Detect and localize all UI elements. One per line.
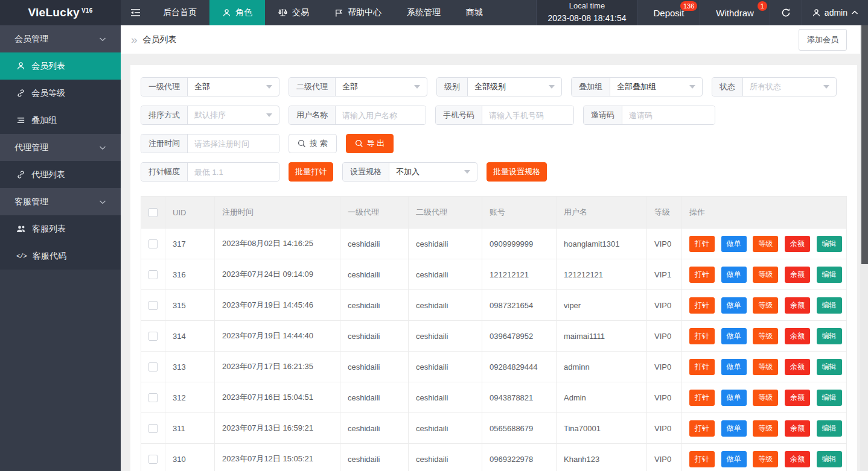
- refresh-button[interactable]: [770, 0, 802, 25]
- nav-trade[interactable]: 交易: [265, 0, 322, 25]
- row-checkbox[interactable]: [148, 362, 158, 371]
- action-needle-button[interactable]: 打针: [689, 328, 715, 344]
- action-level-button[interactable]: 等级: [753, 236, 778, 252]
- action-edit-button[interactable]: 编辑: [817, 420, 842, 437]
- app-logo-version: V16: [81, 7, 93, 14]
- action-order-button[interactable]: 做单: [721, 390, 747, 406]
- action-needle-button[interactable]: 打针: [689, 359, 715, 375]
- nav-mall[interactable]: 商城: [453, 0, 496, 25]
- sidebar-item-agent-list[interactable]: 代理列表: [0, 161, 121, 188]
- sidebar-item-member-list[interactable]: 会员列表: [0, 52, 121, 80]
- action-balance-button[interactable]: 余额: [785, 359, 810, 375]
- action-edit-button[interactable]: 编辑: [817, 297, 842, 314]
- cell-account: 09284829444: [482, 352, 557, 382]
- filter-stack-group-select[interactable]: 叠加组 全部叠加组: [571, 77, 703, 96]
- action-order-button[interactable]: 做单: [721, 297, 747, 314]
- row-checkbox[interactable]: [148, 393, 158, 402]
- action-edit-button[interactable]: 编辑: [817, 236, 842, 252]
- action-balance-button[interactable]: 余额: [785, 390, 810, 406]
- action-level-button[interactable]: 等级: [753, 328, 778, 344]
- username-input[interactable]: [336, 106, 426, 124]
- action-needle-button[interactable]: 打针: [689, 267, 715, 283]
- action-edit-button[interactable]: 编辑: [817, 451, 842, 467]
- action-order-button[interactable]: 做单: [721, 236, 747, 252]
- spec-select[interactable]: 设置规格 不加入: [342, 162, 477, 182]
- row-checkbox[interactable]: [148, 332, 158, 341]
- action-edit-button[interactable]: 编辑: [817, 359, 842, 375]
- filter-agent2-value: 全部: [336, 78, 414, 96]
- action-needle-button[interactable]: 打针: [689, 451, 715, 467]
- row-checkbox[interactable]: [148, 424, 158, 433]
- filter-level-select[interactable]: 级别 全部级别: [436, 77, 562, 96]
- reg-time-input[interactable]: [188, 134, 279, 153]
- export-button[interactable]: 导 出: [346, 134, 394, 153]
- action-needle-button[interactable]: 打针: [689, 420, 715, 437]
- action-balance-button[interactable]: 余额: [785, 328, 810, 344]
- action-edit-button[interactable]: 编辑: [817, 390, 842, 406]
- user-menu[interactable]: admin: [802, 0, 868, 25]
- sidebar-item-service-list[interactable]: 客服列表: [0, 215, 121, 242]
- nav-system-label: 系统管理: [407, 7, 441, 18]
- action-level-button[interactable]: 等级: [753, 267, 778, 283]
- action-level-button[interactable]: 等级: [753, 451, 778, 467]
- nav-home[interactable]: 后台首页: [150, 0, 209, 25]
- action-needle-button[interactable]: 打针: [689, 297, 715, 314]
- action-level-button[interactable]: 等级: [753, 359, 778, 375]
- row-checkbox[interactable]: [148, 239, 158, 248]
- sidebar-group-member-mgmt[interactable]: 会员管理: [0, 25, 121, 52]
- row-checkbox[interactable]: [148, 301, 158, 310]
- sidebar-group-service-mgmt[interactable]: 客服管理: [0, 188, 121, 215]
- action-edit-button[interactable]: 编辑: [817, 328, 842, 344]
- phone-input[interactable]: [482, 106, 573, 124]
- cell-level: VIP0: [647, 229, 682, 259]
- sidebar-item-stack-group[interactable]: 叠加组: [0, 107, 121, 134]
- scrollbar-thumb[interactable]: [861, 25, 868, 264]
- filter-agent2-select[interactable]: 二级代理 全部: [289, 77, 427, 96]
- needle-range-input[interactable]: [188, 163, 279, 181]
- page-scrollbar[interactable]: [860, 25, 868, 471]
- header-actions: 操作: [682, 197, 847, 229]
- search-button[interactable]: 搜 索: [289, 134, 337, 153]
- action-order-button[interactable]: 做单: [721, 267, 747, 283]
- sidebar-collapse-button[interactable]: [121, 0, 150, 25]
- batch-needle-button[interactable]: 批量打针: [289, 162, 333, 182]
- select-all-checkbox[interactable]: [148, 208, 158, 217]
- needle-range-label: 打针幅度: [141, 163, 188, 181]
- nav-trade-label: 交易: [292, 7, 309, 18]
- action-level-button[interactable]: 等级: [753, 297, 778, 314]
- action-order-button[interactable]: 做单: [721, 328, 747, 344]
- action-needle-button[interactable]: 打针: [689, 236, 715, 252]
- action-balance-button[interactable]: 余额: [785, 236, 810, 252]
- deposit-button[interactable]: Deposit 136: [637, 0, 700, 25]
- action-balance-button[interactable]: 余额: [785, 297, 810, 314]
- row-checkbox[interactable]: [148, 455, 158, 464]
- action-balance-button[interactable]: 余额: [785, 267, 810, 283]
- sidebar-group-agent-mgmt[interactable]: 代理管理: [0, 134, 121, 161]
- sidebar-item-service-code[interactable]: </> 客服代码: [0, 242, 121, 270]
- chevron-up-icon: [851, 10, 858, 15]
- header-account: 账号: [482, 197, 557, 229]
- action-order-button[interactable]: 做单: [721, 420, 747, 437]
- chevron-down-icon: [99, 200, 106, 204]
- filter-agent1-select[interactable]: 一级代理 全部: [141, 77, 279, 96]
- action-order-button[interactable]: 做单: [721, 451, 747, 467]
- action-edit-button[interactable]: 编辑: [817, 267, 842, 283]
- action-balance-button[interactable]: 余额: [785, 451, 810, 467]
- nav-role[interactable]: 角色: [209, 0, 265, 25]
- action-level-button[interactable]: 等级: [753, 420, 778, 437]
- nav-help[interactable]: 帮助中心: [322, 0, 394, 25]
- nav-system[interactable]: 系统管理: [394, 0, 453, 25]
- batch-spec-button[interactable]: 批量设置规格: [487, 162, 547, 182]
- withdraw-button[interactable]: Withdraw 1: [700, 0, 770, 25]
- action-level-button[interactable]: 等级: [753, 390, 778, 406]
- breadcrumb-bar: » 会员列表 添加会员: [121, 25, 868, 54]
- filter-sort-select[interactable]: 排序方式 默认排序: [141, 106, 279, 125]
- sidebar-item-member-level[interactable]: 会员等级: [0, 80, 121, 107]
- action-needle-button[interactable]: 打针: [689, 390, 715, 406]
- invite-code-input[interactable]: [622, 106, 715, 124]
- action-balance-button[interactable]: 余额: [785, 420, 810, 437]
- row-checkbox[interactable]: [148, 270, 158, 279]
- add-member-button[interactable]: 添加会员: [799, 29, 847, 51]
- filter-status-select[interactable]: 状态 所有状态: [712, 77, 837, 96]
- action-order-button[interactable]: 做单: [721, 359, 747, 375]
